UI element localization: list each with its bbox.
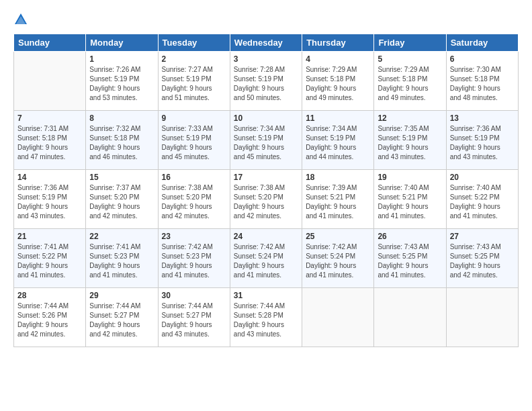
day-number: 7 <box>17 113 82 123</box>
day-number: 14 <box>17 173 82 182</box>
day-number: 20 <box>450 173 515 182</box>
day-info: Sunrise: 7:41 AM Sunset: 5:23 PM Dayligh… <box>89 242 154 280</box>
day-cell: 8Sunrise: 7:32 AM Sunset: 5:18 PM Daylig… <box>86 111 158 170</box>
day-cell: 21Sunrise: 7:41 AM Sunset: 5:22 PM Dayli… <box>14 229 86 288</box>
day-cell: 19Sunrise: 7:40 AM Sunset: 5:21 PM Dayli… <box>374 170 446 229</box>
weekday-wednesday: Wednesday <box>230 34 302 52</box>
day-cell: 18Sunrise: 7:39 AM Sunset: 5:21 PM Dayli… <box>302 170 374 229</box>
day-cell: 22Sunrise: 7:41 AM Sunset: 5:23 PM Dayli… <box>86 229 158 288</box>
day-info: Sunrise: 7:43 AM Sunset: 5:25 PM Dayligh… <box>450 242 515 280</box>
day-number: 1 <box>89 54 154 64</box>
day-info: Sunrise: 7:38 AM Sunset: 5:20 PM Dayligh… <box>234 183 298 221</box>
day-number: 2 <box>162 54 226 64</box>
day-cell: 30Sunrise: 7:44 AM Sunset: 5:27 PM Dayli… <box>158 288 230 347</box>
day-number: 19 <box>378 173 442 182</box>
day-info: Sunrise: 7:35 AM Sunset: 5:19 PM Dayligh… <box>378 124 442 162</box>
week-row-4: 21Sunrise: 7:41 AM Sunset: 5:22 PM Dayli… <box>14 229 519 288</box>
day-info: Sunrise: 7:31 AM Sunset: 5:18 PM Dayligh… <box>17 124 82 162</box>
day-cell: 7Sunrise: 7:31 AM Sunset: 5:18 PM Daylig… <box>14 111 86 170</box>
day-cell: 28Sunrise: 7:44 AM Sunset: 5:26 PM Dayli… <box>14 288 86 347</box>
day-cell: 12Sunrise: 7:35 AM Sunset: 5:19 PM Dayli… <box>374 111 446 170</box>
day-info: Sunrise: 7:38 AM Sunset: 5:20 PM Dayligh… <box>162 183 226 221</box>
day-number: 24 <box>234 232 298 241</box>
day-number: 31 <box>234 291 298 300</box>
day-info: Sunrise: 7:42 AM Sunset: 5:23 PM Dayligh… <box>162 242 226 280</box>
day-info: Sunrise: 7:41 AM Sunset: 5:22 PM Dayligh… <box>17 242 82 280</box>
day-info: Sunrise: 7:28 AM Sunset: 5:19 PM Dayligh… <box>234 65 298 103</box>
day-number: 22 <box>89 232 154 241</box>
day-info: Sunrise: 7:37 AM Sunset: 5:20 PM Dayligh… <box>89 183 154 221</box>
day-info: Sunrise: 7:36 AM Sunset: 5:19 PM Dayligh… <box>450 124 515 162</box>
day-cell <box>374 288 446 347</box>
day-cell: 20Sunrise: 7:40 AM Sunset: 5:22 PM Dayli… <box>446 170 518 229</box>
day-info: Sunrise: 7:44 AM Sunset: 5:27 PM Dayligh… <box>89 302 154 339</box>
logo-icon <box>13 12 28 27</box>
day-cell <box>14 52 86 111</box>
day-cell: 14Sunrise: 7:36 AM Sunset: 5:19 PM Dayli… <box>14 170 86 229</box>
day-info: Sunrise: 7:43 AM Sunset: 5:25 PM Dayligh… <box>378 242 442 280</box>
weekday-thursday: Thursday <box>302 34 374 52</box>
day-info: Sunrise: 7:27 AM Sunset: 5:19 PM Dayligh… <box>162 65 226 103</box>
day-number: 30 <box>162 291 226 300</box>
day-number: 6 <box>450 54 515 64</box>
weekday-tuesday: Tuesday <box>158 34 230 52</box>
day-cell <box>302 288 374 347</box>
day-info: Sunrise: 7:40 AM Sunset: 5:22 PM Dayligh… <box>450 183 515 221</box>
day-info: Sunrise: 7:42 AM Sunset: 5:24 PM Dayligh… <box>234 242 298 280</box>
day-number: 11 <box>306 113 370 123</box>
day-info: Sunrise: 7:29 AM Sunset: 5:18 PM Dayligh… <box>378 65 442 103</box>
day-info: Sunrise: 7:32 AM Sunset: 5:18 PM Dayligh… <box>89 124 154 162</box>
day-cell: 29Sunrise: 7:44 AM Sunset: 5:27 PM Dayli… <box>86 288 158 347</box>
day-info: Sunrise: 7:30 AM Sunset: 5:18 PM Dayligh… <box>450 65 515 103</box>
day-cell: 9Sunrise: 7:33 AM Sunset: 5:19 PM Daylig… <box>158 111 230 170</box>
day-number: 13 <box>450 113 515 123</box>
day-info: Sunrise: 7:44 AM Sunset: 5:27 PM Dayligh… <box>162 302 226 339</box>
calendar-table: SundayMondayTuesdayWednesdayThursdayFrid… <box>13 34 519 347</box>
day-info: Sunrise: 7:42 AM Sunset: 5:24 PM Dayligh… <box>306 242 370 280</box>
day-number: 5 <box>378 54 442 64</box>
day-cell: 10Sunrise: 7:34 AM Sunset: 5:19 PM Dayli… <box>230 111 302 170</box>
day-number: 28 <box>17 291 82 300</box>
weekday-sunday: Sunday <box>14 34 86 52</box>
day-number: 12 <box>378 113 442 123</box>
day-number: 29 <box>89 291 154 300</box>
day-cell: 2Sunrise: 7:27 AM Sunset: 5:19 PM Daylig… <box>158 52 230 111</box>
day-cell: 16Sunrise: 7:38 AM Sunset: 5:20 PM Dayli… <box>158 170 230 229</box>
day-cell: 23Sunrise: 7:42 AM Sunset: 5:23 PM Dayli… <box>158 229 230 288</box>
day-number: 23 <box>162 232 226 241</box>
week-row-5: 28Sunrise: 7:44 AM Sunset: 5:26 PM Dayli… <box>14 288 519 347</box>
day-number: 25 <box>306 232 370 241</box>
day-cell: 27Sunrise: 7:43 AM Sunset: 5:25 PM Dayli… <box>446 229 518 288</box>
day-cell: 5Sunrise: 7:29 AM Sunset: 5:18 PM Daylig… <box>374 52 446 111</box>
day-number: 18 <box>306 173 370 182</box>
weekday-friday: Friday <box>374 34 446 52</box>
weekday-monday: Monday <box>86 34 158 52</box>
day-cell: 24Sunrise: 7:42 AM Sunset: 5:24 PM Dayli… <box>230 229 302 288</box>
header <box>13 11 519 27</box>
day-info: Sunrise: 7:40 AM Sunset: 5:21 PM Dayligh… <box>378 183 442 221</box>
day-info: Sunrise: 7:29 AM Sunset: 5:18 PM Dayligh… <box>306 65 370 103</box>
day-info: Sunrise: 7:36 AM Sunset: 5:19 PM Dayligh… <box>17 183 82 221</box>
day-number: 3 <box>234 54 298 64</box>
weekday-header-row: SundayMondayTuesdayWednesdayThursdayFrid… <box>14 34 519 52</box>
day-number: 26 <box>378 232 442 241</box>
day-cell: 25Sunrise: 7:42 AM Sunset: 5:24 PM Dayli… <box>302 229 374 288</box>
day-cell: 31Sunrise: 7:44 AM Sunset: 5:28 PM Dayli… <box>230 288 302 347</box>
day-info: Sunrise: 7:44 AM Sunset: 5:26 PM Dayligh… <box>17 302 82 339</box>
week-row-3: 14Sunrise: 7:36 AM Sunset: 5:19 PM Dayli… <box>14 170 519 229</box>
day-cell: 4Sunrise: 7:29 AM Sunset: 5:18 PM Daylig… <box>302 52 374 111</box>
day-cell: 13Sunrise: 7:36 AM Sunset: 5:19 PM Dayli… <box>446 111 518 170</box>
day-number: 10 <box>234 113 298 123</box>
day-cell: 11Sunrise: 7:34 AM Sunset: 5:19 PM Dayli… <box>302 111 374 170</box>
day-cell <box>446 288 518 347</box>
logo <box>13 11 30 27</box>
day-number: 21 <box>17 232 82 241</box>
day-cell: 15Sunrise: 7:37 AM Sunset: 5:20 PM Dayli… <box>86 170 158 229</box>
day-cell: 26Sunrise: 7:43 AM Sunset: 5:25 PM Dayli… <box>374 229 446 288</box>
day-cell: 1Sunrise: 7:26 AM Sunset: 5:19 PM Daylig… <box>86 52 158 111</box>
day-number: 27 <box>450 232 515 241</box>
day-number: 15 <box>89 173 154 182</box>
day-info: Sunrise: 7:39 AM Sunset: 5:21 PM Dayligh… <box>306 183 370 221</box>
week-row-2: 7Sunrise: 7:31 AM Sunset: 5:18 PM Daylig… <box>14 111 519 170</box>
calendar-page: SundayMondayTuesdayWednesdayThursdayFrid… <box>0 0 532 411</box>
